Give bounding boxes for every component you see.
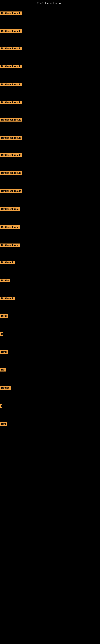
bottleneck-badge-container: Bot xyxy=(0,368,6,372)
bottleneck-result-badge[interactable]: Bottleneck result xyxy=(0,12,22,15)
bottleneck-badge-container: I xyxy=(0,404,2,408)
bottleneck-badge-container: Bottleneck result xyxy=(0,30,22,34)
bottleneck-result-badge[interactable]: Bottleneck xyxy=(0,260,15,264)
bottleneck-result-badge[interactable]: Bottleneck result xyxy=(0,100,22,104)
bottleneck-badge-container: B xyxy=(0,332,3,336)
bottleneck-result-badge[interactable]: Bottleneck resu xyxy=(0,244,20,247)
bottleneck-badge-container: Bottleneck xyxy=(0,297,15,301)
bottleneck-badge-container: Bottleneck result xyxy=(0,100,22,105)
bottleneck-badge-container: Bottleneck resu xyxy=(0,207,20,212)
bottleneck-badge-container: Bottleneck result xyxy=(0,118,22,122)
bottleneck-badge-container: Bottleneck result xyxy=(0,171,22,176)
bottleneck-result-badge[interactable]: Bottler xyxy=(0,279,10,282)
bottleneck-badge-container: Bott xyxy=(0,422,7,427)
bottleneck-badge-container: Bottlen xyxy=(0,386,11,390)
bottleneck-result-badge[interactable]: Bott xyxy=(0,422,7,426)
bottleneck-badge-container: Bottleneck result xyxy=(0,64,22,69)
bottleneck-result-badge[interactable]: Bottleneck result xyxy=(0,118,22,122)
bottleneck-badge-container: Bottleneck result xyxy=(0,12,22,16)
bottleneck-badge-container: Bottleneck resu xyxy=(0,244,20,248)
bottleneck-badge-container: Bottleneck result xyxy=(0,83,22,87)
bottleneck-result-badge[interactable]: Bottleneck result xyxy=(0,153,22,157)
bottleneck-result-badge[interactable]: Bottl xyxy=(0,314,8,318)
bottleneck-badge-container: Bottl xyxy=(0,314,8,319)
bottleneck-result-badge[interactable]: Bottleneck resu xyxy=(0,207,20,211)
bottleneck-badge-container: Bottl xyxy=(0,350,8,354)
bottleneck-result-badge[interactable]: Bottleneck result xyxy=(0,83,22,86)
bottleneck-badge-container: Bottleneck resu xyxy=(0,226,20,230)
bottleneck-badge-container: Bottleneck result xyxy=(0,47,22,51)
bottleneck-result-badge[interactable]: Bottleneck result xyxy=(0,171,22,175)
bottleneck-result-badge[interactable]: Bottleneck resu xyxy=(0,226,20,229)
bottleneck-result-badge[interactable]: Bot xyxy=(0,368,6,372)
bottleneck-badge-container: Bottler xyxy=(0,279,10,283)
bottleneck-badge-container: Bottleneck result xyxy=(0,136,22,140)
bottleneck-badge-container: Bottleneck result xyxy=(0,189,22,194)
bottleneck-result-badge[interactable]: Bottleneck xyxy=(0,297,15,300)
bottleneck-result-badge[interactable]: I xyxy=(0,404,2,408)
bottleneck-result-badge[interactable]: Bottlen xyxy=(0,386,11,390)
bottleneck-result-badge[interactable]: Bottleneck result xyxy=(0,64,22,68)
bottleneck-result-badge[interactable]: Bottl xyxy=(0,350,8,354)
bottleneck-result-badge[interactable]: Bottleneck result xyxy=(0,136,22,140)
bottleneck-result-badge[interactable]: Bottleneck result xyxy=(0,47,22,50)
bottleneck-result-badge[interactable]: B xyxy=(0,332,3,336)
bottleneck-badge-container: Bottleneck result xyxy=(0,153,22,158)
bottleneck-badge-container: Bottleneck xyxy=(0,260,15,265)
site-title: TheBottlenecker.com xyxy=(0,0,100,6)
bottleneck-result-badge[interactable]: Bottleneck result xyxy=(0,30,22,33)
bottleneck-result-badge[interactable]: Bottleneck result xyxy=(0,189,22,193)
